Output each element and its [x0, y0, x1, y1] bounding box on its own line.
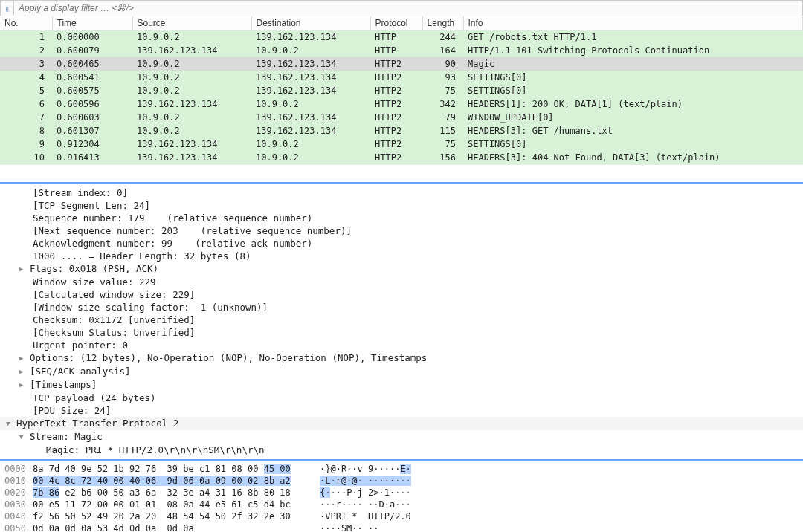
cell-no: 9	[0, 137, 52, 151]
detail-line[interactable]: [Stream index: 0]	[0, 186, 803, 199]
cell-info: WINDOW_UPDATE[0]	[463, 111, 803, 124]
detail-line[interactable]: [Checksum Status: Unverified]	[0, 326, 803, 339]
bookmark-icon[interactable]: ▯	[1, 1, 14, 15]
cell-src: 10.9.0.2	[132, 71, 251, 84]
cell-src: 10.9.0.2	[132, 84, 251, 97]
hex-bytes: 00 4c 8c 72 40 00 40 06 9d 06 0a 09 00 0…	[33, 475, 315, 487]
col-no[interactable]: No.	[0, 16, 52, 30]
detail-line[interactable]: Flags: 0x018 (PSH, ACK)	[0, 262, 803, 276]
detail-line[interactable]: [PDU Size: 24]	[0, 404, 803, 417]
cell-dst: 139.162.123.134	[251, 30, 370, 45]
cell-proto: HTTP2	[370, 151, 422, 164]
packet-row[interactable]: 60.600596139.162.123.13410.9.0.2HTTP2342…	[0, 97, 803, 111]
hex-offset: 0050	[0, 522, 33, 532]
cell-proto: HTTP2	[370, 84, 422, 97]
packet-row[interactable]: 80.60130710.9.0.2139.162.123.134HTTP2115…	[0, 124, 803, 137]
detail-line[interactable]: Urgent pointer: 0	[0, 339, 803, 351]
hex-offset: 0000	[0, 463, 33, 475]
hex-bytes: 00 e5 11 72 00 00 01 01 08 0a 44 e5 61 c…	[33, 499, 315, 510]
packet-list-header-row: No. Time Source Destination Protocol Len…	[0, 16, 803, 30]
detail-line[interactable]: 1000 .... = Header Length: 32 bytes (8)	[0, 250, 803, 262]
detail-line[interactable]: [TCP Segment Len: 24]	[0, 199, 803, 212]
cell-no: 8	[0, 124, 52, 137]
cell-time: 0.000000	[52, 30, 132, 45]
detail-line[interactable]: [SEQ/ACK analysis]	[0, 365, 803, 378]
cell-time: 0.912304	[52, 137, 132, 151]
packet-row[interactable]: 10.00000010.9.0.2139.162.123.134HTTP244G…	[0, 30, 803, 45]
cell-time: 0.600603	[52, 111, 132, 124]
detail-line[interactable]: Options: (12 bytes), No-Operation (NOP),…	[0, 351, 803, 365]
hex-row[interactable]: 00008a 7d 40 9e 52 1b 92 76 39 be c1 81 …	[0, 463, 803, 475]
col-info[interactable]: Info	[463, 16, 803, 30]
hex-bytes: f2 56 50 52 49 20 2a 20 48 54 54 50 2f 3…	[33, 510, 315, 522]
cell-info: SETTINGS[0]	[463, 84, 803, 97]
cell-proto: HTTP2	[370, 137, 422, 151]
hex-ascii: ·L·r@·@· ········	[315, 475, 411, 487]
cell-time: 0.916413	[52, 151, 132, 164]
cell-proto: HTTP2	[370, 97, 422, 111]
cell-proto: HTTP2	[370, 57, 422, 71]
detail-line[interactable]: [Timestamps]	[0, 378, 803, 392]
cell-dst: 10.9.0.2	[251, 151, 370, 164]
hex-ascii: {····P·j 2>·1····	[315, 487, 411, 499]
cell-info: HTTP/1.1 101 Switching Protocols Continu…	[463, 44, 803, 57]
cell-dst: 10.9.0.2	[251, 137, 370, 151]
display-filter-input[interactable]	[14, 1, 802, 15]
cell-src: 139.162.123.134	[132, 137, 251, 151]
cell-no: 2	[0, 44, 52, 57]
col-src[interactable]: Source	[132, 16, 251, 30]
hex-row[interactable]: 003000 e5 11 72 00 00 01 01 08 0a 44 e5 …	[0, 499, 803, 510]
col-dst[interactable]: Destination	[251, 16, 370, 30]
packet-row[interactable]: 40.60054110.9.0.2139.162.123.134HTTP293S…	[0, 71, 803, 84]
hex-row[interactable]: 001000 4c 8c 72 40 00 40 06 9d 06 0a 09 …	[0, 475, 803, 487]
packet-row[interactable]: 50.60057510.9.0.2139.162.123.134HTTP275S…	[0, 84, 803, 97]
cell-len: 79	[422, 111, 463, 124]
col-time[interactable]: Time	[52, 16, 132, 30]
cell-len: 75	[422, 137, 463, 151]
cell-time: 0.600575	[52, 84, 132, 97]
hex-row[interactable]: 00207b 86 e2 b6 00 50 a3 6a 32 3e a4 31 …	[0, 487, 803, 499]
hex-row[interactable]: 00500d 0a 0d 0a 53 4d 0d 0a 0d 0a····SM·…	[0, 522, 803, 532]
packet-row[interactable]: 100.916413139.162.123.13410.9.0.2HTTP215…	[0, 151, 803, 164]
detail-line[interactable]: HyperText Transfer Protocol 2	[0, 417, 803, 430]
packet-row[interactable]: 30.60046510.9.0.2139.162.123.134HTTP290M…	[0, 57, 803, 71]
detail-line[interactable]: Sequence number: 179 (relative sequence …	[0, 212, 803, 224]
detail-line[interactable]: [Next sequence number: 203 (relative seq…	[0, 224, 803, 237]
cell-dst: 10.9.0.2	[251, 44, 370, 57]
cell-src: 10.9.0.2	[132, 111, 251, 124]
hex-offset: 0030	[0, 499, 33, 510]
cell-src: 139.162.123.134	[132, 44, 251, 57]
detail-line[interactable]: Checksum: 0x1172 [unverified]	[0, 314, 803, 326]
packet-row[interactable]: 70.60060310.9.0.2139.162.123.134HTTP279W…	[0, 111, 803, 124]
cell-len: 75	[422, 84, 463, 97]
display-filter-bar: ▯	[0, 0, 803, 16]
packet-row[interactable]: 20.600079139.162.123.13410.9.0.2HTTP164H…	[0, 44, 803, 57]
detail-line[interactable]: [Calculated window size: 229]	[0, 288, 803, 301]
cell-info: GET /robots.txt HTTP/1.1	[463, 30, 803, 45]
col-len[interactable]: Length	[422, 16, 463, 30]
cell-info: HEADERS[3]: 404 Not Found, DATA[3] (text…	[463, 151, 803, 164]
detail-line[interactable]: Window size value: 229	[0, 276, 803, 288]
detail-line[interactable]: TCP payload (24 bytes)	[0, 392, 803, 404]
detail-line[interactable]: [Window size scaling factor: -1 (unknown…	[0, 301, 803, 314]
cell-len: 164	[422, 44, 463, 57]
cell-len: 93	[422, 71, 463, 84]
cell-no: 6	[0, 97, 52, 111]
packet-row[interactable]: 90.912304139.162.123.13410.9.0.2HTTP275S…	[0, 137, 803, 151]
cell-time: 0.600465	[52, 57, 132, 71]
hex-ascii: ·}@·R··v 9·····E·	[315, 463, 411, 475]
cell-src: 139.162.123.134	[132, 151, 251, 164]
cell-len: 244	[422, 30, 463, 45]
cell-src: 10.9.0.2	[132, 57, 251, 71]
hex-offset: 0020	[0, 487, 33, 499]
cell-info: SETTINGS[0]	[463, 137, 803, 151]
col-proto[interactable]: Protocol	[370, 16, 422, 30]
packet-bytes-pane[interactable]: 00008a 7d 40 9e 52 1b 92 76 39 be c1 81 …	[0, 459, 803, 532]
packet-details-pane[interactable]: [Stream index: 0][TCP Segment Len: 24]Se…	[0, 182, 803, 459]
detail-line[interactable]: Acknowledgment number: 99 (relative ack …	[0, 237, 803, 250]
detail-line[interactable]: Magic: PRI * HTTP/2.0\r\n\r\nSM\r\n\r\n	[0, 444, 803, 456]
detail-line[interactable]: Stream: Magic	[0, 430, 803, 444]
hex-row[interactable]: 0040f2 56 50 52 49 20 2a 20 48 54 54 50 …	[0, 510, 803, 522]
cell-proto: HTTP2	[370, 111, 422, 124]
cell-proto: HTTP2	[370, 124, 422, 137]
